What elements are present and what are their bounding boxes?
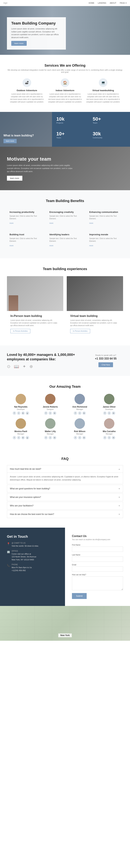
social-fb-6[interactable]: f	[74, 436, 77, 439]
social-tw-0[interactable]: t	[17, 411, 20, 415]
social-in-3[interactable]: in	[112, 411, 115, 415]
motivate-content: Motivate your team Lorem ipsum dolor sit…	[7, 156, 73, 181]
loved-chat-button[interactable]: Chat Now	[98, 362, 113, 367]
inperson-button[interactable]: In-Person Activities	[10, 329, 30, 333]
benefit-2-title: Enhancing communication	[89, 211, 121, 213]
loved-icon-4: ⊕	[30, 364, 33, 369]
contact-icon-1: 🏢	[7, 550, 10, 553]
social-tw-3[interactable]: t	[107, 411, 111, 415]
social-in-5[interactable]: in	[53, 436, 56, 439]
contact-value-0: Visit the world. Sit down & relax.	[12, 545, 39, 548]
benefit-1-more[interactable]: more	[49, 222, 53, 224]
benefit-2-more[interactable]: more	[89, 222, 93, 224]
team-role-5: Manager	[37, 433, 63, 435]
team-avatar-3	[104, 394, 115, 404]
social-g-0[interactable]: g	[26, 411, 29, 415]
stat-years-label: Years	[56, 136, 89, 139]
benefit-3-title: Building trust	[9, 233, 41, 236]
contact-icon-0: 📍	[7, 542, 10, 545]
virtual-exp-button[interactable]: In-Person Activities	[70, 329, 90, 333]
stat-team-label: Team	[93, 122, 126, 124]
faq-question-1[interactable]: What are good questions for team buildin…	[7, 485, 123, 492]
form-firstname-input[interactable]	[72, 547, 123, 552]
social-tw-7[interactable]: t	[107, 436, 111, 439]
form-lastname-input[interactable]	[72, 557, 123, 562]
social-in-7[interactable]: in	[112, 436, 115, 439]
form-submit-button[interactable]: Submit	[72, 593, 87, 599]
social-tw-4[interactable]: t	[17, 436, 20, 439]
inperson-content: In-Person team building Lorem ipsum dolo…	[7, 311, 63, 337]
faq-question-4[interactable]: How do we choose the best event for our …	[7, 510, 123, 518]
contact-value-2: Mon-Fri 9am-9pm to Us +1(234) 456-992	[12, 566, 32, 572]
motivate-text: Lorem ipsum dolor sit amet, consectetur …	[7, 164, 73, 173]
stats-section: What is team building? learn more 10k Pr…	[0, 112, 130, 147]
form-email-label: Email	[72, 564, 123, 566]
motivate-title: Motivate your team	[7, 156, 73, 162]
nav-landing[interactable]: LANDING	[98, 2, 106, 4]
faq-question-3[interactable]: Who are your facilitators? ▼	[7, 502, 123, 509]
loved-icon-3: ✦	[23, 364, 26, 369]
social-fb-3[interactable]: f	[103, 411, 106, 415]
stats-learn-more[interactable]: learn more	[3, 139, 17, 143]
nav-page4[interactable]: PAGE 4	[120, 2, 127, 4]
loved-section: Loved by 40,000+ managers & 1,000,000+ e…	[0, 345, 130, 376]
benefit-3-more[interactable]: more	[9, 245, 13, 247]
social-fb-2[interactable]: f	[74, 411, 77, 415]
hero-title: Team Building Company	[11, 21, 61, 26]
team-role-4: Manager	[8, 433, 34, 435]
team-avatar-2	[75, 394, 85, 404]
hero-cta-button[interactable]: learn more	[11, 41, 27, 46]
social-in-1[interactable]: in	[53, 411, 56, 415]
virtual-exp-content: Virtual team building Lorem ipsum dolor …	[67, 311, 123, 337]
stats-left: What is team building? learn more	[0, 112, 52, 147]
contact-icon-2: 📞	[7, 564, 10, 567]
social-in-6[interactable]: in	[82, 436, 86, 439]
nav-about[interactable]: ABOUT	[110, 2, 116, 4]
navigation: logo HOME LANDING ABOUT PAGE 4	[0, 0, 130, 6]
social-fb-5[interactable]: f	[44, 436, 48, 439]
social-in-4[interactable]: in	[21, 436, 25, 439]
benefit-3: Building trust Sample text. Click to sel…	[7, 230, 43, 250]
service-virtual: 💻 Virtual teambuilding Lorem ipsum dolor…	[86, 78, 121, 103]
benefit-0-more[interactable]: more	[9, 222, 13, 224]
nav-home[interactable]: HOME	[89, 2, 94, 4]
social-fb-1[interactable]: f	[44, 411, 48, 415]
social-fb-4[interactable]: f	[13, 436, 16, 439]
social-tw-6[interactable]: t	[78, 436, 82, 439]
benefit-2-text: Sample text. Click to select the Text El…	[89, 215, 121, 220]
social-in-0[interactable]: in	[21, 411, 25, 415]
virtual-exp-text: Lorem ipsum dolor sit amet, consectetur …	[70, 319, 120, 327]
social-tw-1[interactable]: t	[48, 411, 52, 415]
contact-form-title: Contact Us	[72, 535, 123, 538]
benefits-grid: Increasing productivity Sample text. Cli…	[7, 208, 123, 250]
social-fb-7[interactable]: f	[103, 436, 106, 439]
form-email-input[interactable]	[72, 566, 123, 572]
faq-question-0[interactable]: How much lead time do we need? ▲	[7, 465, 123, 473]
benefit-3-text: Sample text. Click to select the Text El…	[9, 237, 41, 242]
form-message-textarea[interactable]	[72, 576, 123, 590]
outdoor-desc: Lorem ipsum dolor sit in reprehenderit i…	[9, 93, 44, 103]
benefit-1-text: Sample text. Click to select the Text El…	[49, 215, 81, 220]
stat-community-label: Community	[93, 136, 126, 139]
team-socials-2: f t in	[67, 411, 93, 415]
motivate-button[interactable]: learn more	[7, 176, 23, 181]
team-avatar-6	[75, 418, 85, 429]
benefit-0-text: Sample text. Click to select the Text El…	[9, 215, 41, 220]
social-g-4[interactable]: g	[26, 436, 29, 439]
team-avatar-7	[104, 418, 115, 429]
service-outdoor: 🏕 Outdoor Adventure Lorem ipsum dolor si…	[9, 78, 44, 103]
social-fb-0[interactable]: f	[13, 411, 16, 415]
service-indoor: 🏠 Indoor Adventure Lorem ipsum dolor sit…	[48, 78, 82, 103]
team-name-6: Rob Wilson	[67, 430, 93, 433]
social-tw-2[interactable]: t	[78, 411, 82, 415]
social-in-2[interactable]: in	[82, 411, 86, 415]
experience-inperson: In-Person team building Lorem ipsum dolo…	[7, 276, 63, 337]
team-avatar-0	[15, 394, 26, 404]
social-tw-5[interactable]: t	[48, 436, 52, 439]
faq-question-2[interactable]: What are your insurance options? ▼	[7, 494, 123, 501]
benefit-5-more[interactable]: more	[89, 245, 93, 247]
benefit-4-more[interactable]: more	[49, 245, 53, 247]
benefit-5-title: Improving morale	[89, 233, 121, 236]
virtual-icon: 💻	[99, 78, 107, 87]
team-name-2: Ann Richmond	[67, 406, 93, 408]
